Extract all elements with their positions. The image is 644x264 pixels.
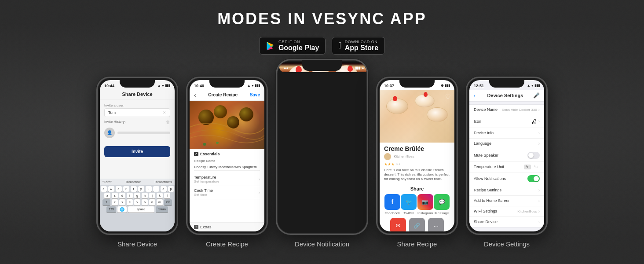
key-p[interactable]: p	[168, 186, 174, 192]
copy-link-share[interactable]: 🔗 Copy Link	[409, 218, 425, 231]
key-w[interactable]: w	[108, 186, 114, 192]
key-k[interactable]: k	[157, 193, 163, 198]
google-play-button[interactable]: GET IT ON Google Play	[259, 37, 326, 55]
device-info-row[interactable]: Device Info ›	[469, 128, 544, 139]
microphone-icon[interactable]: 🎤	[533, 92, 540, 99]
key-shift[interactable]: ⇧	[102, 199, 110, 205]
key-t[interactable]: t	[131, 186, 137, 192]
key-space[interactable]: space	[128, 206, 154, 213]
temp-chevron: ›	[259, 177, 260, 182]
temperature-unit-row[interactable]: Temperature Unit °F °C	[469, 162, 544, 172]
save-button[interactable]: Save	[250, 92, 260, 97]
instagram-icon: 📷	[417, 194, 433, 210]
phone3-status-icons: ▮▮▮ ▲	[355, 66, 365, 70]
key-123[interactable]: 123	[106, 206, 116, 213]
add-to-home-row[interactable]: Add to Home Screen ›	[469, 196, 544, 206]
temp-c[interactable]: °C	[532, 165, 540, 169]
invite-button[interactable]: Invite	[104, 146, 170, 157]
settings-back-button[interactable]: ‹	[474, 93, 476, 98]
recipe-meta: Kitchen Boss	[380, 153, 454, 162]
ramekin3	[427, 107, 448, 122]
invite-label: Invite a user:	[104, 103, 170, 107]
key-y[interactable]: y	[138, 186, 144, 192]
key-h[interactable]: h	[142, 193, 148, 198]
herb1	[203, 143, 206, 146]
key-g[interactable]: g	[134, 193, 140, 198]
key-u[interactable]: u	[146, 186, 152, 192]
key-m[interactable]: m	[157, 199, 163, 205]
star-count: 21	[396, 162, 400, 166]
share-device-label: Share Device	[474, 220, 498, 224]
key-s[interactable]: s	[112, 193, 118, 198]
key-x[interactable]: x	[119, 199, 125, 205]
key-d[interactable]: d	[119, 193, 125, 198]
temp-f[interactable]: °F	[524, 165, 531, 169]
key-b[interactable]: b	[142, 199, 148, 205]
recipe-title: Create Recipe	[208, 92, 238, 97]
invite-input[interactable]: Tom ✕	[104, 108, 170, 117]
chef-icon	[384, 153, 391, 160]
message-label: Message	[435, 211, 449, 215]
rating-row: ★★★ 21	[380, 162, 454, 167]
key-l[interactable]: l	[164, 193, 170, 198]
temp-placeholder: Set temperature	[194, 180, 219, 183]
language-label: Language	[474, 141, 491, 146]
back-button[interactable]: ‹	[194, 92, 196, 99]
icon-row[interactable]: Icon 🖨 ›	[469, 115, 544, 128]
allow-notifications-row[interactable]: Allow Notifications	[469, 172, 544, 185]
share-user-row: 👤	[104, 126, 170, 140]
key-emoji[interactable]: 🌐	[117, 206, 127, 213]
cook-time-placeholder: Set time	[194, 193, 213, 197]
mute-speaker-row[interactable]: Mute Speaker	[469, 149, 544, 162]
key-f[interactable]: f	[127, 193, 133, 198]
phone5-label: Device Settings	[484, 240, 530, 248]
key-z[interactable]: z	[112, 199, 118, 205]
phone5-wrapper: 12:51 ▲ ● ▮▮▮ ‹ Device Settings 🎤 Device…	[466, 77, 548, 248]
add-to-home-label: Add to Home Screen	[474, 198, 511, 203]
instagram-share[interactable]: 📷 Instagram	[417, 194, 433, 215]
app-store-button[interactable]:  Download on App Store	[332, 37, 385, 55]
message-share[interactable]: 💬 Message	[434, 194, 450, 215]
key-o[interactable]: o	[161, 186, 167, 192]
recipe-settings-row[interactable]: Recipe Settings ›	[469, 185, 544, 196]
phone1-time: 10:44	[104, 84, 114, 88]
phone3: ●● ▮▮▮ ▲ 15:44 Monday, 14 November G330U…	[276, 59, 368, 235]
key-a[interactable]: a	[104, 193, 110, 198]
mute-speaker-toggle[interactable]	[527, 152, 540, 159]
phone4-label: Share Recipe	[397, 240, 437, 248]
wifi-settings-row[interactable]: WiFi Settings KitchenBoss ›	[469, 206, 544, 217]
key-q[interactable]: q	[101, 186, 107, 192]
more-share[interactable]: ··· More	[428, 218, 444, 231]
key-c[interactable]: c	[127, 199, 133, 205]
phone2: 10:40 ▲ ● ▮▮▮ ‹ Create Recipe Save	[186, 77, 268, 235]
key-delete[interactable]: ⌫	[164, 199, 172, 205]
settings-title: Device Settings	[477, 93, 533, 98]
key-v[interactable]: v	[134, 199, 140, 205]
allow-notifications-toggle[interactable]	[527, 175, 540, 182]
phone5-notch	[489, 78, 524, 88]
share-icons-row2: ✉ Mail 🔗 Copy Link ··· More	[380, 218, 454, 231]
device-name-row[interactable]: Device Name Sous Vide Cooker 330 ›	[469, 105, 544, 115]
language-row[interactable]: Language ›	[469, 139, 544, 149]
key-return[interactable]: return	[156, 206, 168, 213]
key-i[interactable]: i	[153, 186, 159, 192]
key-r[interactable]: r	[123, 186, 129, 192]
twitter-share[interactable]: 🐦 Twitter	[401, 194, 417, 215]
phone5: 12:51 ▲ ● ▮▮▮ ‹ Device Settings 🎤 Device…	[466, 77, 548, 235]
key-n[interactable]: n	[149, 199, 155, 205]
wifi-value: KitchenBoss	[517, 209, 537, 213]
recipe-name-value: Cheesy Turkey Meatballs with Spaghetti	[194, 164, 260, 171]
mail-share[interactable]: ✉ Mail	[390, 218, 406, 231]
facebook-share[interactable]: f Facebook	[384, 194, 400, 215]
key-e[interactable]: e	[116, 186, 122, 192]
recipe-settings-label: Recipe Settings	[474, 188, 501, 192]
share-device-row[interactable]: Share Device ›	[469, 217, 544, 227]
temperature-field[interactable]: Temperature Set temperature ›	[194, 173, 260, 186]
temperature-unit-selector: °F °C	[524, 165, 540, 169]
cook-time-field[interactable]: Cook Time Set time ›	[194, 186, 260, 199]
device-info-chevron: ›	[538, 131, 540, 136]
heart-icon[interactable]: ♡	[445, 93, 451, 100]
key-j[interactable]: j	[149, 193, 155, 198]
extras-bar[interactable]: + Extras	[190, 222, 264, 231]
cook-time-chevron: ›	[259, 190, 260, 195]
